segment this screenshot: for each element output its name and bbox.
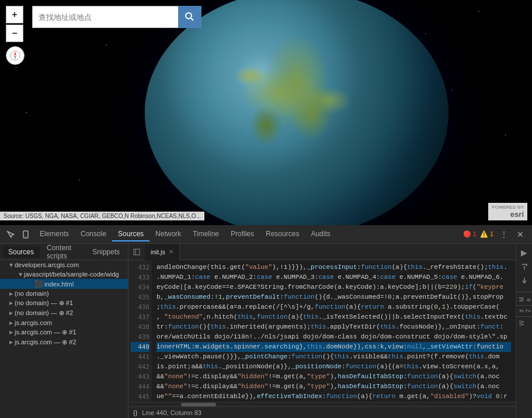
sources-subtabs: Sources Content scripts Snippets <box>0 244 128 260</box>
svg-point-4 <box>25 236 26 237</box>
tab-profiles[interactable]: Profiles <box>225 227 260 241</box>
compass-icon <box>10 50 20 61</box>
step-over-button[interactable] <box>518 260 531 273</box>
horizontal-scrollbar[interactable] <box>128 402 516 406</box>
step-into-icon <box>520 277 528 285</box>
panel-toggle-icon <box>133 248 140 255</box>
tree-item-no-domain-1[interactable]: ▶ (no domain) <box>0 289 128 298</box>
cursor-icon <box>6 230 15 239</box>
warn-count: ⚠️ 1 <box>480 230 493 238</box>
svg-line-2 <box>191 18 193 20</box>
devtools-content: Sources Content scripts Snippets ▶ devel… <box>0 244 532 418</box>
domain-label: developers.arcgis.com <box>15 261 79 268</box>
map-attribution: Source: USGS, NGA, NASA, CGIAR, GEBCO,N … <box>0 212 204 220</box>
brace-icon: {} <box>133 409 137 416</box>
right-panel-sections: Main#1 <box>516 292 532 304</box>
tree-item-index-html[interactable]: ⬛ index.html <box>0 279 128 289</box>
code-tabs: init.js ✕ <box>128 244 516 260</box>
compass-north <box>14 51 16 56</box>
resume-button[interactable]: ▶ <box>518 246 531 259</box>
tree-item-no-domain-3[interactable]: ▶ (no domain) — ⊕ #2 <box>0 308 128 318</box>
toggle-sidebar-button[interactable] <box>130 245 144 259</box>
section2-label[interactable]: #2 <box>516 307 532 315</box>
error-count: 🔴 1 <box>463 230 477 238</box>
triangle-icon: ▶ <box>9 310 13 316</box>
zoom-out-button[interactable]: − <box>6 25 23 42</box>
domain-label: (no domain) — ⊕ #1 <box>15 299 73 307</box>
code-tab-close[interactable]: ✕ <box>169 248 173 255</box>
tab-console[interactable]: Console <box>75 227 112 241</box>
inspect-element-button[interactable] <box>4 227 18 241</box>
triangle-icon: ▶ <box>9 300 13 306</box>
code-view[interactable]: 432 433 434 435 436 437 438 439 440 441 … <box>128 260 516 402</box>
right-panel-section3: W <box>516 316 532 328</box>
subtab-content-scripts[interactable]: Content scripts <box>41 244 85 262</box>
esri-logo: POWERED BY esri <box>488 203 527 220</box>
triangle-icon: ▶ <box>9 320 13 326</box>
tab-resources[interactable]: Resources <box>260 227 305 241</box>
tab-network[interactable]: Network <box>149 227 187 241</box>
domain-label: js.arcgis.com — ⊕ #2 <box>15 338 77 346</box>
tree-item-jsarcgis-2[interactable]: ▶ js.arcgis.com — ⊕ #2 <box>0 337 128 347</box>
main-label[interactable]: Main#1 <box>516 295 532 304</box>
zoom-in-button[interactable]: + <box>6 6 23 23</box>
tree-item-no-domain-2[interactable]: ▶ (no domain) — ⊕ #1 <box>0 298 128 308</box>
tab-elements[interactable]: Elements <box>34 227 75 241</box>
file-label: index.html <box>44 281 74 288</box>
close-devtools-button[interactable]: ✕ <box>513 227 527 241</box>
watch-label[interactable]: W <box>516 318 527 328</box>
step-over-icon <box>520 262 528 271</box>
compass-south <box>14 56 16 60</box>
scrollbar-thumb[interactable] <box>181 403 216 406</box>
triangle-icon: ▶ <box>9 330 13 335</box>
mobile-icon <box>22 230 30 239</box>
file-icon: ⬛ <box>34 280 43 288</box>
triangle-icon: ▶ <box>18 272 23 276</box>
search-button[interactable] <box>178 6 201 28</box>
devtools-tabs: Elements Console Sources Network Timelin… <box>34 227 463 241</box>
svg-point-1 <box>186 13 192 19</box>
triangle-icon: ▶ <box>9 263 14 267</box>
code-area: init.js ✕ 432 433 434 435 436 437 438 43… <box>128 244 516 418</box>
triangle-icon: ▶ <box>9 340 13 345</box>
mobile-toggle-button[interactable] <box>19 227 33 241</box>
tab-sources[interactable]: Sources <box>112 227 149 241</box>
devtools-topbar: Elements Console Sources Network Timelin… <box>0 225 532 244</box>
domain-label: js.arcgis.com — ⊕ #1 <box>15 329 77 336</box>
devtools-panel: Elements Console Sources Network Timelin… <box>0 225 532 418</box>
subtab-snippets[interactable]: Snippets <box>86 246 126 258</box>
code-content[interactable]: andleOnChange(this.get("value"),!1)}}),_… <box>152 260 516 402</box>
search-icon <box>185 12 194 22</box>
domain-label: (no domain) — ⊕ #2 <box>15 309 73 317</box>
right-side-panel: ▶ Main#1 #2 W <box>516 244 532 418</box>
tree-item-jsarcgis[interactable]: ▶ js.arcgis.com <box>0 318 128 327</box>
folder-label: javascript/beta/sample-code/widg <box>24 271 119 278</box>
right-panel-section2: #2 <box>516 305 532 315</box>
globe <box>145 0 448 225</box>
cursor-position: Line 440, Column 83 <box>142 409 201 416</box>
devtools-statusbar: {} Line 440, Column 83 <box>128 406 516 418</box>
tab-audits[interactable]: Audits <box>305 227 336 241</box>
svg-rect-5 <box>134 249 140 255</box>
devtools-action-buttons: ⋮ ✕ <box>497 227 528 241</box>
domain-label: js.arcgis.com <box>15 319 52 326</box>
search-bar <box>32 6 201 28</box>
tab-timeline[interactable]: Timeline <box>187 227 225 241</box>
triangle-icon: ▶ <box>9 291 13 296</box>
file-tree-panel: Sources Content scripts Snippets ▶ devel… <box>0 244 128 418</box>
compass-button[interactable] <box>6 46 25 65</box>
search-input[interactable] <box>32 6 178 28</box>
tree-item-jsarcgis-1[interactable]: ▶ js.arcgis.com — ⊕ #1 <box>0 327 128 337</box>
map-controls: + − <box>6 6 25 65</box>
line-numbers: 432 433 434 435 436 437 438 439 440 441 … <box>128 260 152 402</box>
code-tab-initjs[interactable]: init.js ✕ <box>145 244 180 260</box>
tree-item-beta-folder[interactable]: ▶ javascript/beta/sample-code/widg <box>0 270 128 279</box>
subtab-sources[interactable]: Sources <box>2 246 40 258</box>
step-into-button[interactable] <box>518 274 531 287</box>
globe-land <box>145 0 448 225</box>
tree-item-arcgis-domain[interactable]: ▶ developers.arcgis.com <box>0 260 128 270</box>
domain-label: (no domain) <box>15 290 49 297</box>
devtools-status: 🔴 1 ⚠️ 1 <box>463 230 493 238</box>
code-tab-label: init.js <box>151 248 165 255</box>
more-options-button[interactable]: ⋮ <box>497 227 511 241</box>
